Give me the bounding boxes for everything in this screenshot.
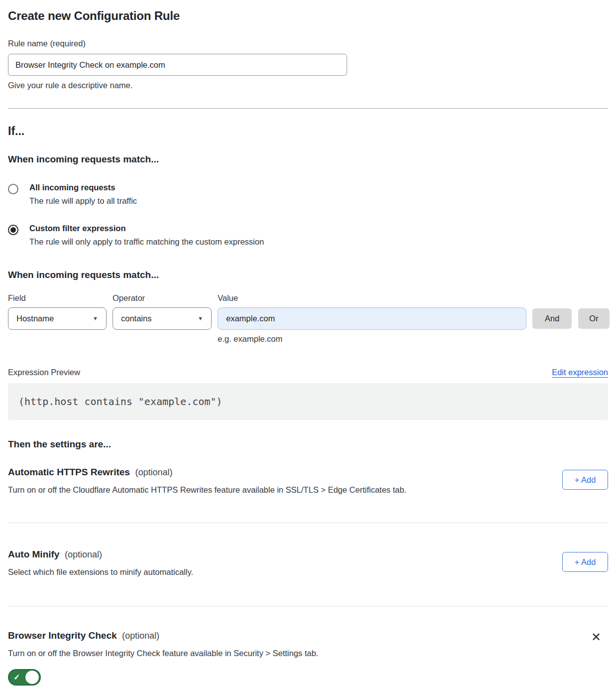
value-hint: e.g. example.com	[218, 334, 526, 344]
setting-auto-minify: Auto Minify (optional) Select which file…	[8, 523, 608, 606]
setting-description: Turn on or off the Cloudflare Automatic …	[8, 485, 406, 495]
if-heading: If...	[8, 125, 608, 138]
expression-preview-header: Expression Preview Edit expression	[8, 368, 608, 377]
operator-label: Operator	[113, 293, 212, 303]
field-select-value: Hostname	[16, 314, 54, 323]
check-icon: ✓	[13, 673, 20, 682]
option-label: Custom filter expression	[29, 224, 264, 233]
expression-builder-row: Field Hostname ▼ Operator contains ▼ Val…	[8, 293, 608, 344]
rule-name-label: Rule name (required)	[8, 39, 608, 48]
setting-name: Automatic HTTPS Rewrites	[8, 467, 130, 477]
setting-text: Automatic HTTPS Rewrites (optional) Turn…	[8, 467, 406, 495]
edit-expression-link[interactable]: Edit expression	[552, 368, 608, 377]
builder-heading: When incoming requests match...	[8, 270, 608, 280]
page-title: Create new Configuration Rule	[8, 9, 608, 23]
setting-text: Auto Minify (optional) Select which file…	[8, 549, 193, 577]
option-custom-filter-expression: Custom filter expression The rule will o…	[8, 224, 608, 247]
setting-title: Automatic HTTPS Rewrites (optional)	[8, 467, 406, 478]
toggle-knob	[25, 671, 39, 684]
operator-select[interactable]: contains ▼	[113, 307, 212, 330]
then-heading: Then the settings are...	[8, 439, 608, 450]
and-button[interactable]: And	[532, 308, 572, 329]
operator-column: Operator contains ▼	[113, 293, 212, 330]
chevron-down-icon: ▼	[93, 316, 98, 321]
option-description: The rule will only apply to traffic matc…	[29, 237, 264, 247]
setting-optional-tag: (optional)	[135, 467, 172, 477]
radio-all-incoming-requests[interactable]	[8, 184, 18, 194]
option-text: Custom filter expression The rule will o…	[29, 224, 264, 247]
add-auto-minify-button[interactable]: + Add	[562, 552, 608, 572]
field-label: Field	[8, 293, 107, 303]
rule-name-help: Give your rule a descriptive name.	[8, 81, 608, 90]
section-divider	[8, 108, 608, 109]
setting-title: Auto Minify (optional)	[8, 549, 193, 560]
create-configuration-rule-form: Create new Configuration Rule Rule name …	[0, 0, 616, 686]
option-text: All incoming requests The rule will appl…	[29, 183, 137, 206]
close-icon[interactable]: ✕	[591, 631, 601, 643]
expression-preview-code: (http.host contains "example.com")	[8, 383, 608, 420]
setting-browser-integrity-check: Browser Integrity Check (optional) Turn …	[8, 606, 608, 686]
field-select[interactable]: Hostname ▼	[8, 307, 107, 330]
setting-optional-tag: (optional)	[65, 549, 102, 559]
or-button[interactable]: Or	[578, 308, 609, 329]
value-input[interactable]	[218, 307, 526, 330]
rule-name-input[interactable]	[8, 54, 347, 76]
radio-custom-filter-expression[interactable]	[8, 225, 18, 235]
setting-description: Select which file extensions to minify a…	[8, 567, 193, 577]
setting-description: Turn on or off the Browser Integrity Che…	[8, 649, 318, 658]
match-heading: When incoming requests match...	[8, 154, 608, 165]
option-all-incoming-requests: All incoming requests The rule will appl…	[8, 183, 608, 206]
setting-title: Browser Integrity Check (optional)	[8, 630, 318, 641]
option-description: The rule will apply to all traffic	[29, 196, 137, 206]
option-label: All incoming requests	[29, 183, 137, 192]
expression-preview-label: Expression Preview	[8, 368, 80, 377]
setting-automatic-https-rewrites: Automatic HTTPS Rewrites (optional) Turn…	[8, 467, 608, 523]
setting-name: Auto Minify	[8, 549, 59, 559]
browser-integrity-check-toggle[interactable]: ✓	[8, 669, 41, 686]
field-column: Field Hostname ▼	[8, 293, 107, 330]
setting-name: Browser Integrity Check	[8, 630, 117, 641]
setting-optional-tag: (optional)	[122, 631, 159, 641]
chevron-down-icon: ▼	[198, 316, 203, 321]
operator-select-value: contains	[121, 314, 151, 323]
value-column: Value e.g. example.com	[218, 293, 526, 344]
add-automatic-https-rewrites-button[interactable]: + Add	[562, 470, 608, 490]
setting-text: Browser Integrity Check (optional) Turn …	[8, 630, 318, 686]
value-label: Value	[218, 293, 526, 303]
